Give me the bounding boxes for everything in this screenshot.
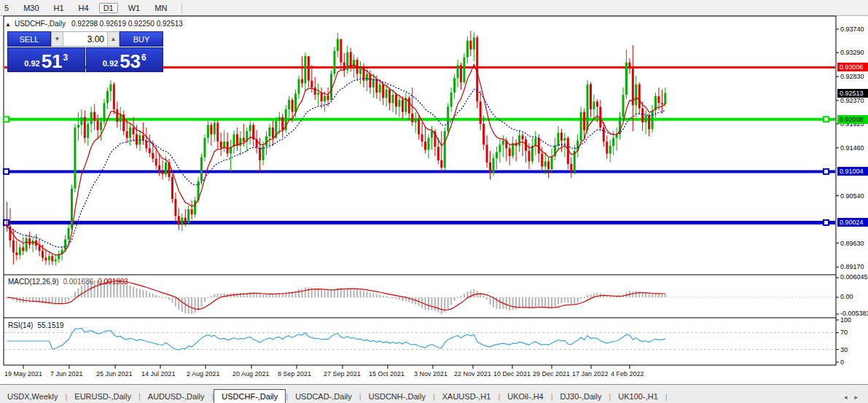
- hline-handle-icon[interactable]: [824, 117, 829, 122]
- macd-name: MACD(12,26,9): [8, 278, 58, 286]
- price-axis-badge: 0.91004: [837, 167, 868, 176]
- price-axis-badge: 0.92008: [837, 115, 868, 124]
- sell-price-small: 0.92: [24, 59, 39, 68]
- rsi-axis-tick: 30: [840, 346, 868, 353]
- rsi-value: 55.1519: [37, 321, 63, 329]
- tab-dj30-daily[interactable]: DJ30-,Daily: [553, 390, 609, 403]
- tab-scroll-nav: ◂▸: [834, 391, 868, 403]
- volume-control: ▼ 3.00 ▲: [51, 31, 120, 47]
- trading-terminal-window: 5M30H1H4D1W1MN ▲USDCHF-,Daily0.92298 0.9…: [0, 0, 868, 403]
- time-axis-label: 25 Jun 2021: [96, 370, 133, 377]
- volume-decrease-icon[interactable]: ▼: [52, 32, 63, 46]
- rsi-label: RSI(14)55.1519: [8, 321, 64, 329]
- time-axis-label: 29 Dec 2021: [533, 370, 570, 377]
- buy-price-big: 53: [120, 52, 141, 70]
- time-axis-label: 15 Oct 2021: [369, 370, 404, 377]
- buy-button[interactable]: BUY: [120, 31, 163, 47]
- price-axis-tick: 0.89170: [840, 263, 868, 270]
- chart-symbol-label: USDCHF-,Daily: [15, 20, 66, 28]
- ma-fast-line: [7, 65, 665, 255]
- price-axis-tick: 0.92370: [840, 97, 868, 104]
- tab-scroll-left-icon[interactable]: ◂: [844, 394, 848, 401]
- time-axis-label: 2 Aug 2021: [187, 370, 220, 377]
- tab-usdchf-daily[interactable]: USDCHF-,Daily: [214, 389, 286, 403]
- sell-price-big: 51: [42, 52, 63, 70]
- collapse-triangle-icon[interactable]: ▲: [5, 21, 11, 28]
- macd-pane: [4, 278, 835, 314]
- symbol-tab-bar: USDX,Weekly|EURUSD-,Daily|AUDUSD-,Daily|…: [0, 384, 868, 403]
- price-axis-badge: 0.92513: [837, 89, 868, 98]
- rsi-axis-tick: 100: [840, 316, 868, 324]
- time-axis-label: 8 Sep 2021: [278, 370, 311, 377]
- hline-handle-icon[interactable]: [4, 117, 9, 122]
- macd-label: MACD(12,26,9)0.0016860.001903: [8, 278, 128, 286]
- tab-eurusd-daily[interactable]: EURUSD-,Daily: [67, 390, 138, 403]
- horizontal-lines-layer: [4, 67, 835, 224]
- tab-usdx-weekly[interactable]: USDX,Weekly: [0, 390, 65, 403]
- macd-axis-tick: 0.006045: [840, 273, 868, 281]
- hline-handle-icon[interactable]: [824, 169, 829, 174]
- rsi-axis-tick: 0: [840, 359, 868, 366]
- price-axis-tick: 0.92830: [840, 73, 868, 80]
- sell-price-sup: 3: [63, 52, 69, 63]
- price-axis-tick: 0.91460: [840, 144, 868, 152]
- price-axis-badge: 0.90024: [837, 218, 868, 227]
- price-axis-tick: 0.93740: [840, 26, 868, 33]
- time-axis-label: 10 Dec 2021: [493, 370, 531, 377]
- tab-scroll-right-icon[interactable]: ▸: [854, 394, 858, 401]
- time-axis-label: 3 Nov 2021: [414, 370, 447, 377]
- buy-price-small: 0.92: [103, 59, 118, 68]
- tab-xauusd-h1[interactable]: XAUUSD-,H1: [435, 390, 498, 403]
- hline-handle-icon[interactable]: [4, 220, 9, 225]
- chart-title: ▲USDCHF-,Daily0.92298 0.92619 0.92250 0.…: [5, 20, 183, 28]
- time-axis-label: 22 Nov 2021: [454, 370, 491, 377]
- macd-main-value: 0.001686: [63, 278, 93, 286]
- time-axis-label: 27 Sep 2021: [324, 370, 361, 377]
- tab-usdcad-daily[interactable]: USDCAD-,Daily: [288, 390, 359, 403]
- hline-handle-icon[interactable]: [824, 220, 829, 225]
- volume-increase-icon[interactable]: ▲: [107, 32, 119, 46]
- macd-signal-value: 0.001903: [98, 278, 128, 286]
- time-axis-label: 4 Feb 2022: [611, 370, 644, 377]
- time-axis-label: 17 Jan 2022: [572, 370, 609, 377]
- tab-audusd-daily[interactable]: AUDUSD-,Daily: [141, 390, 212, 403]
- hline-handle-icon[interactable]: [4, 169, 9, 174]
- buy-price-box[interactable]: 0.92536: [86, 47, 164, 72]
- time-axis-label: 20 Aug 2021: [232, 370, 270, 377]
- macd-axis-tick: 0.00: [840, 293, 868, 300]
- tab-usdcnh-daily[interactable]: USDCNH-,Daily: [361, 390, 433, 403]
- sell-price-box[interactable]: 0.92513: [7, 47, 85, 72]
- time-axis-label: 14 Jul 2021: [141, 370, 176, 377]
- rsi-pane: [4, 329, 835, 351]
- rsi-name: RSI(14): [8, 321, 33, 329]
- price-axis-badge: 0.93006: [837, 63, 868, 71]
- time-axis-label: 7 Jun 2021: [50, 370, 83, 377]
- tab-separator: |: [665, 390, 668, 403]
- price-axis-tick: 0.93290: [840, 49, 868, 56]
- buy-price-sup: 6: [141, 52, 146, 63]
- sell-button[interactable]: SELL: [7, 31, 51, 47]
- price-axis-tick: 0.90540: [840, 192, 868, 200]
- volume-input[interactable]: 3.00: [63, 32, 107, 46]
- one-click-trading-panel: SELL ▼ 3.00 ▲ BUY 0.92513 0.92536: [7, 31, 163, 72]
- tab-ukoil-h4[interactable]: UKOil-,H4: [500, 390, 551, 403]
- rsi-line: [7, 329, 665, 351]
- rsi-axis-tick: 70: [840, 329, 868, 336]
- time-axis-label: 19 May 2021: [4, 370, 42, 377]
- chart-ohlc-values: 0.92298 0.92619 0.92250 0.92513: [71, 20, 183, 28]
- price-axis-tick: 0.89630: [840, 240, 868, 247]
- tab-uk100-h1[interactable]: UK100-,H1: [611, 390, 665, 403]
